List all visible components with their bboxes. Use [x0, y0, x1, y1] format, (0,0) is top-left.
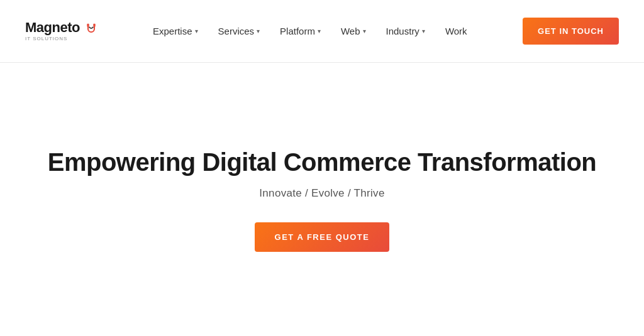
svg-rect-0: [87, 23, 89, 26]
chevron-down-icon: ▾: [422, 28, 425, 35]
hero-subtitle: Innovate / Evolve / Thrive: [259, 187, 384, 200]
hero-section: Empowering Digital Commerce Transformati…: [0, 63, 644, 336]
chevron-down-icon: ▾: [257, 28, 260, 35]
get-in-touch-button[interactable]: GET IN TOUCH: [523, 18, 619, 45]
logo[interactable]: Magneto IT SOLUTIONS: [25, 21, 97, 41]
chevron-down-icon: ▾: [363, 28, 366, 35]
nav-item-services[interactable]: Services ▾: [211, 21, 268, 41]
logo-text: Magneto: [25, 19, 97, 35]
main-nav: Expertise ▾ Services ▾ Platform ▾ Web ▾ …: [145, 21, 475, 41]
nav-item-industry[interactable]: Industry ▾: [379, 21, 433, 41]
site-header: Magneto IT SOLUTIONS Expertise ▾ Service…: [0, 0, 644, 63]
nav-item-expertise[interactable]: Expertise ▾: [145, 21, 206, 41]
chevron-down-icon: ▾: [195, 28, 198, 35]
chevron-down-icon: ▾: [318, 28, 321, 35]
nav-item-platform[interactable]: Platform ▾: [272, 21, 328, 41]
hero-title: Empowering Digital Commerce Transformati…: [48, 147, 597, 177]
nav-item-work[interactable]: Work: [438, 21, 475, 41]
nav-item-web[interactable]: Web ▾: [333, 21, 374, 41]
svg-rect-1: [93, 23, 95, 26]
logo-subtitle: IT SOLUTIONS: [25, 36, 97, 41]
get-free-quote-button[interactable]: GET A FREE QUOTE: [255, 222, 390, 252]
